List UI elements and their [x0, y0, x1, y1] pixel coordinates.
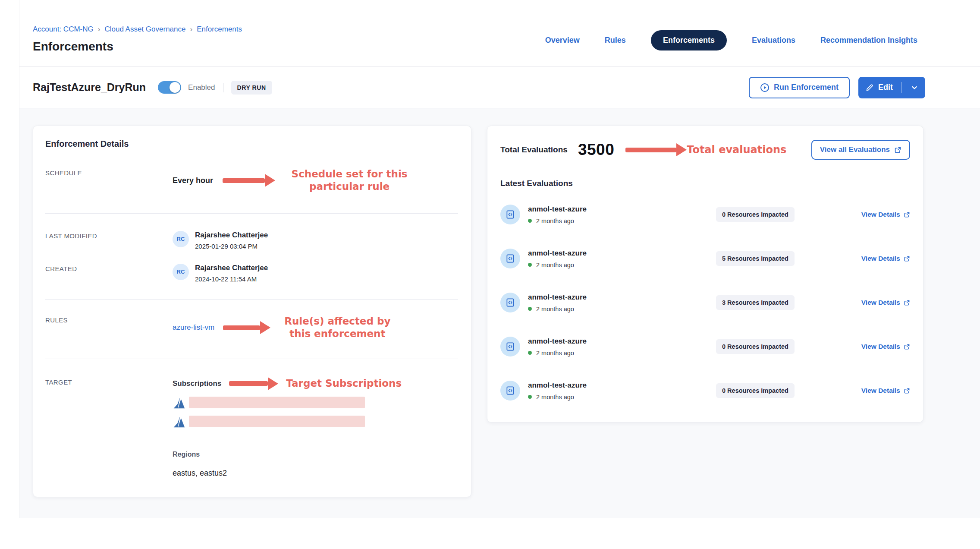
tab-enforcements[interactable]: Enforcements — [651, 30, 727, 50]
evaluation-time: 2 months ago — [536, 394, 574, 401]
regions-label: Regions — [173, 451, 402, 458]
tab-recommendation-insights[interactable]: Recommendation Insights — [820, 36, 917, 45]
edit-button-label: Edit — [878, 83, 893, 92]
view-details-link[interactable]: View Details — [861, 343, 910, 350]
view-details-label: View Details — [861, 255, 900, 262]
external-link-icon — [904, 300, 910, 306]
status-dot-icon — [528, 219, 532, 223]
target-value-group: Subscriptions Target Subscriptions — [173, 377, 402, 478]
pencil-icon — [865, 83, 874, 92]
rules-label: RULES — [45, 315, 173, 341]
breadcrumb-governance-link[interactable]: Cloud Asset Governance — [104, 25, 185, 34]
breadcrumb-separator-icon: › — [190, 25, 192, 34]
evaluation-name: anmol-test-azure — [528, 205, 716, 214]
evaluation-row: anmol-test-azure 2 months ago 0 Resource… — [500, 337, 910, 357]
avatar: RC — [173, 231, 189, 247]
resources-impacted-badge: 3 Resources Impacted — [716, 295, 795, 310]
enabled-toggle[interactable] — [158, 81, 181, 94]
code-file-icon — [505, 297, 515, 308]
resources-impacted-badge: 5 Resources Impacted — [716, 251, 795, 266]
external-link-icon — [904, 211, 910, 218]
view-details-link[interactable]: View Details — [861, 211, 910, 218]
run-enforcement-label: Run Enforcement — [774, 83, 839, 92]
target-type-label: Subscriptions — [173, 379, 221, 388]
evaluation-time: 2 months ago — [536, 218, 574, 224]
enforcement-titlebar: RajTestAzure_DryRun Enabled DRY RUN Run … — [19, 67, 980, 108]
schedule-value-group: Every hour Schedule set for this particu… — [173, 168, 414, 193]
top-nav-tabs: Overview Rules Enforcements Evaluations … — [545, 30, 917, 50]
last-modified-date: 2025-01-29 03:04 PM — [195, 243, 268, 250]
redacted-subscription-name — [189, 416, 365, 427]
evaluation-avatar — [500, 381, 520, 401]
schedule-row: SCHEDULE Every hour Schedule set for thi… — [45, 168, 458, 214]
evaluation-row: anmol-test-azure 2 months ago 0 Resource… — [500, 381, 910, 401]
view-all-evaluations-button[interactable]: View all Evaluations — [811, 140, 910, 160]
toggle-knob — [170, 82, 180, 93]
run-enforcement-button[interactable]: Run Enforcement — [749, 77, 850, 98]
rules-row: RULES azure-list-vm Rule(s) affected by … — [45, 300, 458, 359]
breadcrumb-separator-icon: › — [98, 25, 101, 34]
play-circle-icon — [760, 83, 770, 92]
view-details-label: View Details — [861, 211, 900, 218]
latest-evaluations-title: Latest Evaluations — [500, 179, 910, 188]
evaluation-name: anmol-test-azure — [528, 381, 716, 390]
titlebar-left: RajTestAzure_DryRun Enabled DRY RUN — [33, 81, 272, 95]
last-modified-label: LAST MODIFIED — [45, 231, 173, 250]
tab-overview[interactable]: Overview — [545, 36, 580, 45]
annotation-arrow-icon — [223, 321, 270, 334]
content-area: Enforcement Details SCHEDULE Every hour … — [19, 108, 980, 518]
total-evaluations-value: 3500 — [578, 141, 614, 159]
view-details-link[interactable]: View Details — [861, 299, 910, 306]
tab-evaluations[interactable]: Evaluations — [752, 36, 795, 45]
edit-split-button[interactable]: Edit — [858, 77, 925, 98]
code-file-icon — [505, 341, 515, 352]
breadcrumb-account-link[interactable]: Account: CCM-NG — [33, 25, 94, 34]
last-modified-row: LAST MODIFIED RC Rajarshee Chatterjee 20… — [45, 231, 458, 250]
rule-link[interactable]: azure-list-vm — [173, 323, 214, 332]
annotation-arrow-icon — [229, 377, 278, 390]
subscription-item — [173, 415, 402, 428]
code-file-icon — [505, 385, 515, 396]
external-link-icon — [904, 344, 910, 350]
target-annotation: Target Subscriptions — [286, 377, 402, 390]
view-details-link[interactable]: View Details — [861, 387, 910, 394]
last-modified-person: RC Rajarshee Chatterjee 2025-01-29 03:04… — [173, 231, 268, 250]
status-dot-icon — [528, 263, 532, 267]
evaluation-avatar — [500, 337, 520, 357]
evaluation-name: anmol-test-azure — [528, 249, 716, 258]
evaluation-row: anmol-test-azure 2 months ago 5 Resource… — [500, 249, 910, 268]
created-user: Rajarshee Chatterjee — [195, 264, 268, 272]
evaluation-row: anmol-test-azure 2 months ago 0 Resource… — [500, 205, 910, 224]
tab-rules[interactable]: Rules — [605, 36, 626, 45]
evaluation-name: anmol-test-azure — [528, 337, 716, 346]
schedule-value: Every hour — [173, 176, 213, 185]
schedule-annotation: Schedule set for this particular rule — [285, 168, 414, 193]
evaluation-time: 2 months ago — [536, 306, 574, 312]
chevron-down-icon[interactable] — [911, 84, 918, 92]
breadcrumb: Account: CCM-NG › Cloud Asset Governance… — [33, 25, 242, 34]
rules-value-group: azure-list-vm Rule(s) affected by this e… — [173, 315, 396, 341]
created-row: CREATED RC Rajarshee Chatterjee 2024-10-… — [45, 264, 458, 283]
created-date: 2024-10-22 11:54 AM — [195, 275, 268, 283]
code-file-icon — [505, 253, 515, 264]
status-dot-icon — [528, 395, 532, 399]
view-details-label: View Details — [861, 343, 900, 350]
evaluation-name: anmol-test-azure — [528, 293, 716, 302]
titlebar-actions: Run Enforcement Edit — [749, 77, 925, 98]
enforcement-details-card: Enforcement Details SCHEDULE Every hour … — [33, 126, 471, 497]
breadcrumb-enforcements-link[interactable]: Enforcements — [197, 25, 242, 34]
created-label: CREATED — [45, 264, 173, 283]
azure-logo-icon — [173, 415, 185, 428]
evaluation-time: 2 months ago — [536, 262, 574, 268]
evaluations-card: Total Evaluations 3500 Total evaluations… — [487, 126, 923, 423]
target-row: TARGET Subscriptions Target Subscription… — [45, 359, 458, 478]
people-section: LAST MODIFIED RC Rajarshee Chatterjee 20… — [45, 214, 458, 300]
header-left: Account: CCM-NG › Cloud Asset Governance… — [33, 25, 242, 54]
view-details-link[interactable]: View Details — [861, 255, 910, 262]
evaluations-header: Total Evaluations 3500 Total evaluations… — [500, 140, 910, 160]
annotation-arrow-icon — [625, 143, 687, 156]
page-container: Account: CCM-NG › Cloud Asset Governance… — [19, 0, 980, 518]
evaluation-row: anmol-test-azure 2 months ago 3 Resource… — [500, 293, 910, 312]
total-evaluations-annotation: Total evaluations — [687, 144, 786, 156]
view-all-evaluations-label: View all Evaluations — [820, 145, 890, 154]
